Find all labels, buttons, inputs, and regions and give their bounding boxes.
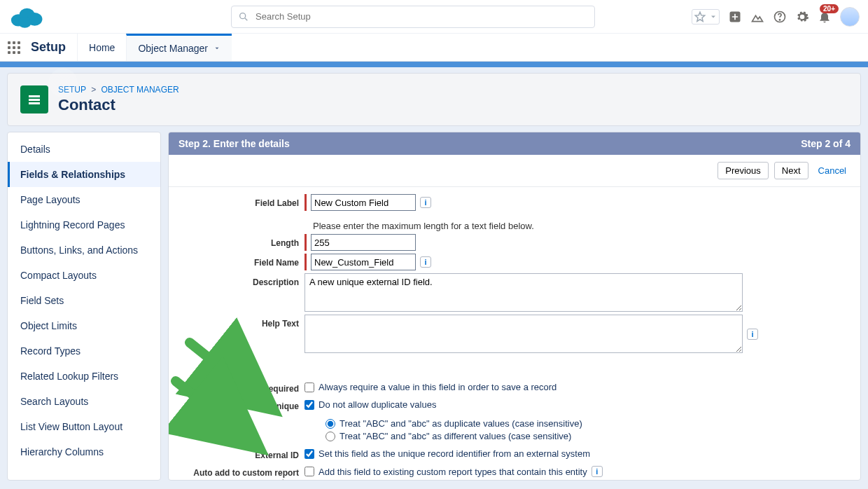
chevron-down-icon: [709, 11, 718, 23]
unique-checkbox[interactable]: [304, 400, 314, 410]
salesforce-logo: [8, 5, 43, 29]
auto-add-checkbox[interactable]: [304, 467, 314, 476]
length-input[interactable]: [311, 234, 416, 251]
add-icon[interactable]: [728, 10, 742, 24]
auto-add-checkbox-label: Add this field to existing custom report…: [318, 467, 587, 477]
info-icon[interactable]: i: [592, 466, 603, 477]
object-sidebar: DetailsFields & RelationshipsPage Layout…: [7, 132, 161, 481]
label-external-id: External ID: [178, 446, 304, 460]
svg-marker-6: [695, 12, 705, 21]
info-icon[interactable]: i: [747, 329, 758, 340]
step-title: Step 2. Enter the details: [178, 138, 290, 149]
sidebar-item-related-lookup-filters[interactable]: Related Lookup Filters: [8, 364, 160, 389]
sidebar-item-fields-relationships[interactable]: Fields & Relationships: [8, 162, 160, 187]
sidebar-item-buttons-links-and-actions[interactable]: Buttons, Links, and Actions: [8, 237, 160, 263]
cancel-link[interactable]: Cancel: [814, 162, 850, 179]
info-icon[interactable]: i: [420, 256, 431, 268]
sidebar-item-details[interactable]: Details: [8, 137, 160, 162]
global-search-input[interactable]: [231, 6, 595, 28]
sidebar-item-compact-layouts[interactable]: Compact Layouts: [8, 263, 160, 288]
required-indicator: [304, 234, 307, 251]
required-indicator: [304, 254, 307, 270]
step-counter: Step 2 of 4: [801, 138, 850, 149]
notification-badge: 20+: [820, 4, 839, 13]
external-id-checkbox[interactable]: [304, 449, 314, 459]
field-name-input[interactable]: [311, 254, 416, 270]
svg-point-3: [18, 17, 31, 28]
breadcrumb: SETUP > OBJECT MANAGER: [58, 85, 179, 95]
unique-case-insensitive-radio[interactable]: [326, 419, 335, 429]
info-icon[interactable]: i: [420, 197, 431, 208]
notifications-icon[interactable]: 20+: [818, 10, 832, 24]
sidebar-item-object-limits[interactable]: Object Limits: [8, 313, 160, 338]
unique-case-sensitive-radio[interactable]: [326, 432, 335, 441]
label-auto-add: Auto add to custom report type: [178, 464, 304, 480]
breadcrumb-setup[interactable]: SETUP: [58, 85, 86, 95]
trailhead-icon[interactable]: [750, 10, 764, 24]
next-button[interactable]: Next: [774, 162, 808, 179]
breadcrumb-object-manager[interactable]: OBJECT MANAGER: [102, 85, 179, 95]
setup-gear-icon[interactable]: [795, 10, 809, 24]
required-checkbox[interactable]: [304, 383, 314, 392]
app-launcher-icon[interactable]: [0, 34, 28, 61]
sidebar-item-hierarchy-columns[interactable]: Hierarchy Columns: [8, 439, 160, 464]
help-icon[interactable]: [773, 10, 787, 24]
search-icon: [238, 11, 249, 22]
required-indicator: [304, 194, 307, 211]
help-text-textarea[interactable]: [304, 315, 743, 353]
page-title: Contact: [58, 96, 179, 114]
chevron-down-icon: [214, 43, 220, 54]
label-help-text: Help Text: [178, 315, 304, 329]
favorites-dropdown[interactable]: [692, 9, 720, 25]
unique-case-insensitive-label: Treat "ABC" and "abc" as duplicate value…: [340, 418, 582, 429]
unique-case-sensitive-label: Treat "ABC" and "abc" as different value…: [340, 431, 571, 441]
label-length: Length: [178, 234, 304, 248]
object-icon: [20, 85, 48, 113]
user-avatar[interactable]: [840, 7, 860, 27]
unique-checkbox-label: Do not allow duplicate values: [318, 399, 436, 410]
required-checkbox-label: Always require a value in this field in …: [318, 382, 556, 392]
label-unique: Unique: [178, 397, 304, 411]
field-label-input[interactable]: [311, 194, 416, 211]
tab-object-manager[interactable]: Object Manager: [126, 34, 232, 61]
svg-point-9: [779, 19, 780, 20]
sidebar-item-list-view-button-layout[interactable]: List View Button Layout: [8, 414, 160, 439]
app-name: Setup: [28, 34, 77, 61]
length-hint: Please enter the maximum length for a te…: [313, 221, 850, 231]
label-field-name: Field Name: [178, 254, 304, 268]
label-description: Description: [178, 273, 304, 287]
sidebar-item-record-types[interactable]: Record Types: [8, 338, 160, 364]
external-id-checkbox-label: Set this field as the unique record iden…: [318, 448, 590, 459]
svg-point-4: [240, 13, 246, 18]
sidebar-item-search-layouts[interactable]: Search Layouts: [8, 389, 160, 414]
tab-home[interactable]: Home: [77, 34, 126, 61]
sidebar-item-field-sets[interactable]: Field Sets: [8, 288, 160, 313]
sidebar-item-page-layouts[interactable]: Page Layouts: [8, 187, 160, 212]
label-field-label: Field Label: [178, 194, 304, 208]
label-required: Required: [178, 380, 304, 394]
svg-line-5: [245, 18, 247, 20]
description-textarea[interactable]: [304, 273, 743, 312]
previous-button[interactable]: Previous: [718, 162, 769, 179]
sidebar-item-lightning-record-pages[interactable]: Lightning Record Pages: [8, 212, 160, 237]
star-icon: [694, 11, 706, 23]
